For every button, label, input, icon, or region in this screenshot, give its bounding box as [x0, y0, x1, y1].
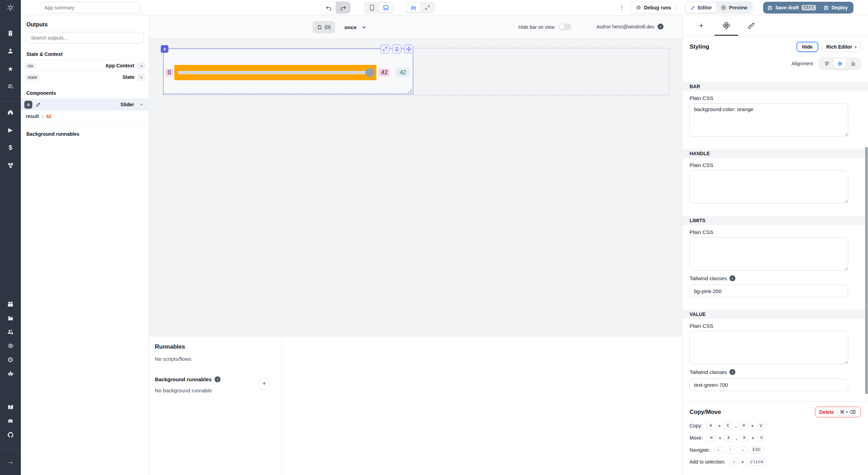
tab-global-styling[interactable] [739, 15, 764, 36]
pencil-icon [690, 5, 695, 10]
layout-toggle-group: |0| [406, 2, 435, 14]
runnables-title: Runnables [155, 343, 276, 350]
navigate-label: Navigate: [690, 447, 710, 453]
undo-button[interactable] [321, 2, 336, 14]
app-summary-input[interactable] [40, 2, 141, 13]
search-outputs-input[interactable] [26, 32, 144, 44]
component-row-a[interactable]: a Slider [21, 99, 149, 110]
shift-key: ⇧ [730, 458, 739, 466]
info-icon[interactable]: i [729, 275, 735, 281]
bar-plain-css-textarea[interactable]: background-color: orange [690, 103, 848, 136]
info-icon[interactable]: i [729, 369, 735, 375]
result-value: 42 [46, 114, 52, 119]
align-center-button[interactable] [833, 58, 846, 69]
runs-play-icon[interactable]: ▶ [6, 126, 15, 134]
left-nav-rail: ★ ▶ $ ⚙ [0, 15, 21, 475]
anchor-component-button[interactable] [392, 44, 401, 53]
bottom-panel-empty-area [282, 336, 682, 475]
hide-bar-toggle[interactable] [559, 24, 571, 30]
esc-key: ESC [750, 446, 764, 453]
align-top-button[interactable] [820, 58, 833, 69]
schedules-calendar-icon[interactable] [6, 300, 15, 308]
value-tailwind-input[interactable] [690, 378, 848, 391]
users-icon[interactable] [6, 82, 15, 91]
handle-plain-css-textarea[interactable] [690, 170, 848, 203]
ctrl-kbd: Ctrl [802, 5, 816, 10]
panel-scrollbar[interactable] [865, 147, 868, 394]
chevron-down-icon [361, 25, 367, 30]
star-icon[interactable]: ★ [6, 65, 15, 73]
variables-dollar-icon[interactable]: $ [6, 143, 15, 152]
discord-icon[interactable] [6, 417, 15, 425]
move-component-button[interactable] [404, 44, 413, 53]
expand-arrows-icon [383, 47, 387, 51]
limits-tailwind-input[interactable] [690, 285, 848, 297]
center-content-button[interactable]: |0| [407, 3, 420, 12]
add-background-runnable-button[interactable]: + [258, 377, 270, 390]
settings-gear-icon[interactable]: ⚙ [6, 356, 15, 364]
fullwidth-button[interactable] [420, 3, 434, 12]
deploy-save-icon [824, 5, 829, 10]
rich-editor-button[interactable]: Rich Editor › [822, 42, 861, 52]
output-row-state[interactable]: state State [21, 71, 149, 83]
slider-bar[interactable] [174, 65, 376, 80]
component-result-row[interactable]: result : 42 [21, 110, 149, 122]
home-icon[interactable] [6, 108, 15, 116]
info-icon[interactable]: i [658, 24, 663, 30]
slider-track[interactable] [178, 71, 373, 74]
hide-styling-button[interactable]: Hide [796, 42, 818, 52]
resize-handle[interactable] [408, 89, 411, 92]
audit-eye-icon[interactable] [6, 342, 15, 350]
resources-cubes-icon[interactable] [6, 161, 15, 169]
section-limits-header: LIMITS [683, 216, 868, 225]
styling-panel-body: Styling Hide Rich Editor › Alignment [683, 36, 868, 475]
desktop-view-button[interactable] [379, 3, 393, 12]
outputs-title: Outputs [21, 15, 149, 31]
chevron-down-icon[interactable] [137, 62, 145, 69]
more-options-button[interactable]: ⋮ [619, 4, 625, 11]
redo-button[interactable] [336, 2, 350, 14]
collapse-arrow-icon[interactable]: → [6, 457, 15, 466]
delete-component-button[interactable]: Delete ⌘ + ⌫ [815, 407, 861, 417]
align-bottom-icon [850, 61, 856, 67]
github-icon[interactable] [6, 431, 15, 439]
info-icon[interactable]: i [215, 376, 220, 382]
refresh-runnables-button[interactable]: (0) [312, 21, 335, 33]
deploy-button[interactable]: Deploy [818, 2, 853, 14]
expand-component-button[interactable] [381, 44, 390, 53]
tab-insert-component[interactable]: + [689, 15, 714, 36]
docs-book-icon[interactable] [6, 403, 15, 411]
debug-runs-button[interactable]: Debug runs [631, 2, 676, 14]
cmd-key: ⌘ [707, 422, 716, 430]
output-row-ctx[interactable]: ctx App Context [21, 60, 149, 71]
ai-robot-icon[interactable] [6, 369, 15, 378]
outputs-panel: Outputs State & Context ctx App Context … [21, 15, 149, 475]
section-handle-header: HANDLE [683, 149, 868, 158]
comma-sep: , [735, 423, 737, 428]
delete-label: Delete [819, 409, 834, 415]
shortcut-row-move: Move: ⌘ + X , ⌘ + V [690, 434, 861, 442]
plain-css-label: Plain CSS [683, 91, 868, 103]
chevron-up-icon[interactable] [137, 101, 145, 108]
tab-component-settings[interactable] [714, 15, 739, 36]
refresh-count: (0) [325, 24, 331, 30]
limits-plain-css-textarea[interactable] [690, 237, 848, 270]
slider-component[interactable]: a 0 [163, 49, 413, 94]
preview-tab[interactable]: Preview [716, 2, 752, 13]
slider-handle[interactable] [365, 68, 374, 77]
mobile-view-button[interactable] [365, 3, 379, 12]
edit-pencil-icon[interactable] [35, 102, 41, 107]
copy-label: Copy: [690, 423, 702, 428]
groups-gear-icon[interactable] [6, 328, 15, 336]
windmill-app-editor: |0| ⋮ Debug runs Editor Preview Save dra… [0, 0, 868, 475]
user-icon[interactable] [6, 47, 15, 55]
windmill-logo[interactable] [0, 0, 21, 15]
value-plain-css-textarea[interactable] [690, 331, 848, 364]
workspace-building-icon[interactable] [6, 29, 15, 38]
refresh-mode-dropdown[interactable]: once [344, 21, 367, 33]
folders-icon[interactable] [6, 314, 15, 322]
chevron-down-icon[interactable] [137, 74, 145, 81]
editor-tab[interactable]: Editor [686, 2, 716, 13]
canvas-grid[interactable]: a 0 [149, 39, 682, 336]
align-bottom-button[interactable] [846, 58, 860, 69]
